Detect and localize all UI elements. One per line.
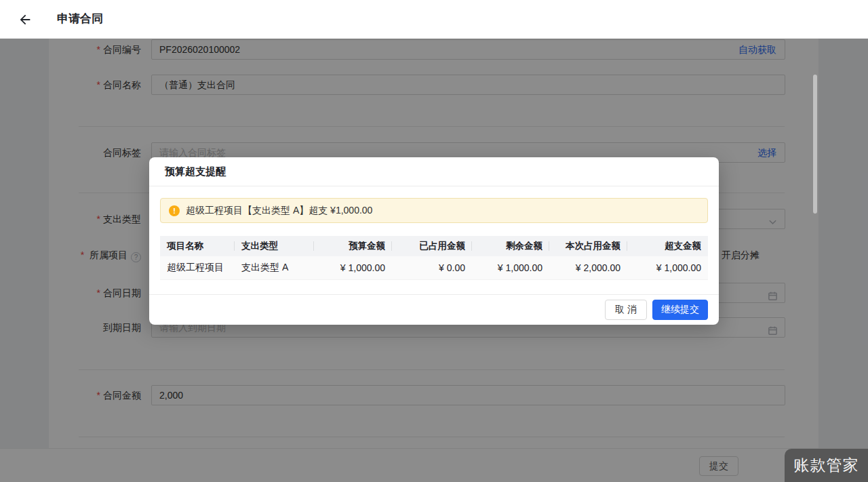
cell-budget-amount: ¥ 1,000.00 (314, 256, 392, 279)
modal-footer: 取 消 继续提交 (149, 294, 719, 325)
budget-table-header: 项目名称 支出类型 预算金额 已占用金额 剩余金额 本次占用金额 超支金额 (160, 236, 708, 256)
budget-table: 项目名称 支出类型 预算金额 已占用金额 剩余金额 本次占用金额 超支金额 超级… (160, 236, 708, 280)
cell-remain-amount: ¥ 1,000.00 (472, 256, 549, 279)
col-current-amount: 本次占用金额 (549, 236, 627, 256)
col-expense-type: 支出类型 (235, 236, 314, 256)
budget-table-row: 超级工程项目 支出类型 A ¥ 1,000.00 ¥ 0.00 ¥ 1,000.… (160, 256, 708, 280)
cell-expense-type: 支出类型 A (235, 256, 314, 279)
budget-overspend-modal: 预算超支提醒 ! 超级工程项目【支出类型 A】超支 ¥1,000.00 项目名称… (149, 157, 719, 325)
scrollbar-thumb[interactable] (813, 75, 817, 214)
col-project-name: 项目名称 (160, 236, 235, 256)
warning-alert-text: 超级工程项目【支出类型 A】超支 ¥1,000.00 (186, 205, 372, 217)
col-used-amount: 已占用金额 (392, 236, 472, 256)
col-overspend-amount: 超支金额 (627, 236, 708, 256)
warning-alert: ! 超级工程项目【支出类型 A】超支 ¥1,000.00 (160, 198, 708, 223)
col-budget-amount: 预算金额 (314, 236, 392, 256)
cell-overspend-amount: ¥ 1,000.00 (627, 256, 708, 279)
watermark-badge: 账款管家 (785, 449, 868, 482)
cell-current-amount: ¥ 2,000.00 (549, 256, 627, 279)
cell-project-name: 超级工程项目 (160, 256, 235, 279)
app-header: 申请合同 (0, 0, 868, 39)
col-remain-amount: 剩余金额 (472, 236, 549, 256)
cancel-button[interactable]: 取 消 (605, 300, 647, 320)
modal-title: 预算超支提醒 (149, 157, 719, 186)
cell-used-amount: ¥ 0.00 (392, 256, 472, 279)
continue-submit-button[interactable]: 继续提交 (652, 300, 708, 320)
page-title: 申请合同 (57, 0, 103, 38)
back-icon[interactable] (18, 12, 33, 27)
warning-icon: ! (169, 205, 180, 216)
